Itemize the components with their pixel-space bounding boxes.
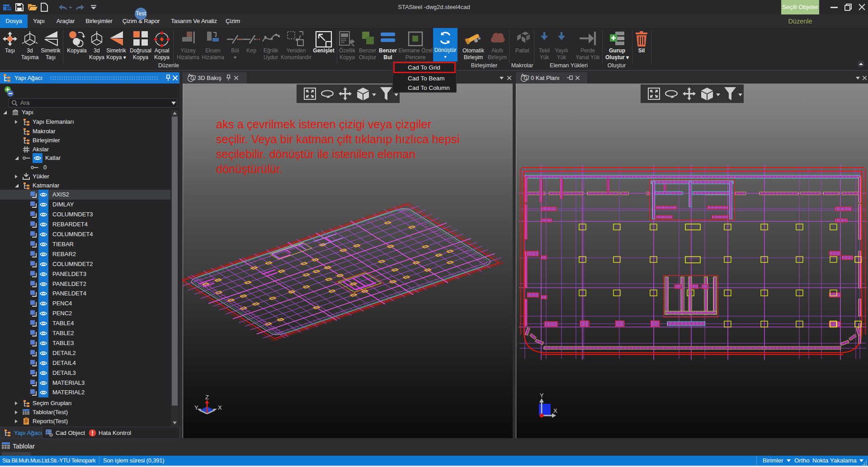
svg-text:Y: Y (194, 404, 198, 411)
svg-text:X: X (218, 404, 222, 411)
svg-text:Z: Z (205, 394, 209, 401)
svg-text:X: X (553, 407, 557, 414)
svg-text:Y: Y (540, 392, 544, 399)
